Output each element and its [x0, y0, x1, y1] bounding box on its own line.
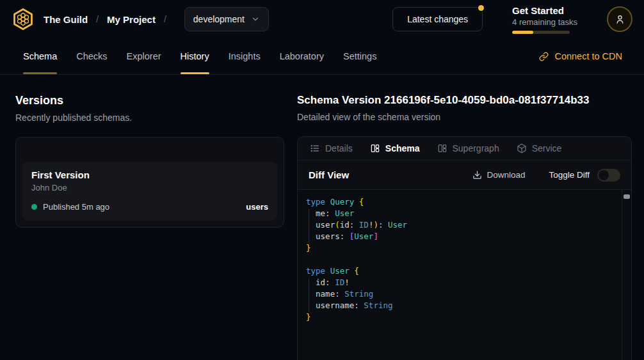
tab-settings[interactable]: Settings [343, 38, 376, 74]
tab-service[interactable]: Service [517, 143, 562, 153]
tab-history[interactable]: History [181, 38, 209, 74]
download-icon [472, 170, 482, 180]
connect-cdn-button[interactable]: Connect to CDN [539, 38, 622, 74]
versions-subtitle: Recently published schemas. [15, 113, 284, 123]
breadcrumb-separator: / [96, 14, 99, 24]
main-content: Versions Recently published schemas. Fir… [0, 75, 644, 360]
person-icon [614, 13, 626, 26]
versions-panel: Versions Recently published schemas. Fir… [0, 75, 297, 360]
tab-schema[interactable]: Schema [23, 38, 57, 74]
detail-tab-row: Details Schema Sup [298, 137, 631, 160]
tab-details[interactable]: Details [310, 143, 353, 153]
indent-guide [309, 278, 309, 312]
code-scrollbar [622, 190, 631, 360]
version-detail-panel: Schema Version 2166196f-5e10-4059-bd0a-0… [297, 75, 632, 360]
version-service-badge: users [246, 202, 268, 212]
breadcrumb-project[interactable]: My Project [107, 14, 156, 25]
code-viewer: type Query { me: User user(id: ID!): Use… [298, 190, 631, 360]
current-tab-underline [23, 72, 57, 74]
detail-title: Schema Version 2166196f-5e10-4059-bd0a-0… [297, 94, 632, 107]
get-started-subtitle: 4 remaining tasks [512, 17, 577, 27]
tab-explorer[interactable]: Explorer [127, 38, 161, 74]
version-card[interactable]: First Version John Doe Published 5m ago … [22, 162, 277, 221]
version-status: Published 5m ago [43, 202, 109, 212]
app-header: The Guild / My Project / development Lat… [0, 0, 644, 38]
columns-icon [437, 143, 447, 153]
diff-view-title: Diff View [309, 169, 349, 180]
diff-actions: Download Toggle Diff [472, 169, 620, 182]
get-started-widget[interactable]: Get Started 4 remaining tasks [512, 5, 577, 34]
download-button[interactable]: Download [472, 170, 525, 180]
version-list-card: First Version John Doe Published 5m ago … [15, 137, 284, 228]
toggle-diff-label: Toggle Diff [549, 170, 590, 180]
diff-toggle-switch[interactable] [597, 169, 620, 182]
tab-laboratory[interactable]: Laboratory [280, 38, 324, 74]
detail-subtitle: Detailed view of the schema version [297, 112, 632, 122]
version-status-row: Published 5m ago users [31, 202, 268, 212]
primary-nav: Schema Checks Explorer History Insights … [0, 38, 644, 75]
notification-dot [478, 5, 484, 11]
progress-fill [512, 31, 533, 34]
hive-logo-icon[interactable] [12, 8, 35, 31]
indent-guide [309, 209, 309, 243]
toggle-knob [599, 170, 609, 180]
get-started-title: Get Started [512, 5, 577, 16]
target-selector-value: development [193, 14, 245, 24]
tab-insights[interactable]: Insights [229, 38, 261, 74]
cube-icon [517, 143, 527, 153]
list-icon [310, 143, 320, 153]
progress-bar [512, 31, 570, 34]
latest-changes-button[interactable]: Latest changes [392, 7, 483, 31]
code-scrollbar-thumb[interactable] [624, 194, 630, 199]
published-status-dot [31, 204, 37, 210]
chevron-down-icon [251, 15, 260, 24]
version-title: First Version [31, 169, 268, 180]
version-author: John Doe [31, 183, 268, 192]
target-selector-dropdown[interactable]: development [184, 7, 269, 31]
columns-icon [370, 143, 380, 153]
tab-schema-view[interactable]: Schema [370, 143, 420, 153]
user-avatar[interactable] [607, 6, 632, 32]
diff-view-header: Diff View Download Toggle Diff [298, 160, 631, 190]
detail-card: Details Schema Sup [297, 136, 632, 360]
latest-changes-label: Latest changes [407, 14, 468, 24]
breadcrumb-org[interactable]: The Guild [44, 14, 88, 25]
link-icon [539, 52, 549, 61]
active-tab-underline [181, 72, 209, 74]
breadcrumb-separator: / [164, 14, 166, 24]
versions-title: Versions [15, 94, 284, 107]
code-block: type Query { me: User user(id: ID!): Use… [306, 196, 618, 323]
tab-supergraph[interactable]: Supergraph [437, 143, 499, 153]
tab-checks[interactable]: Checks [76, 38, 107, 74]
